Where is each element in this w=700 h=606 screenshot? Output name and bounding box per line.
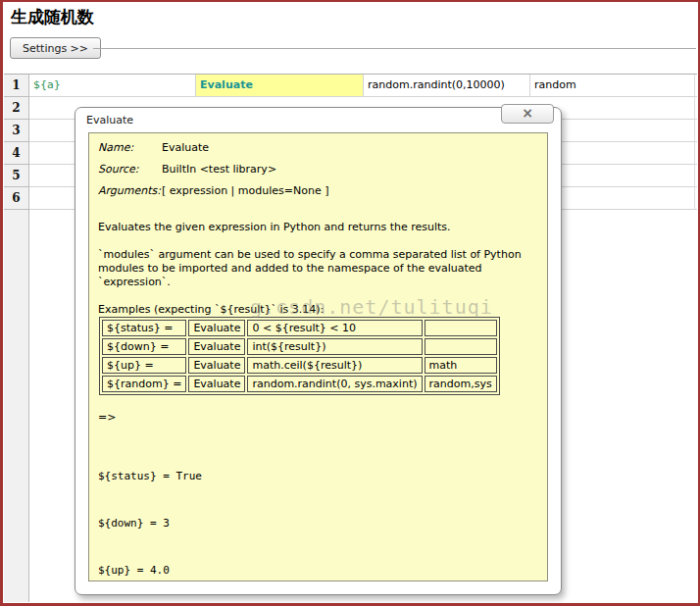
examples-row: ${random} = Evaluate random.randint(0, s… — [102, 376, 497, 392]
settings-button[interactable]: Settings >> — [10, 37, 101, 59]
example-cell: ${status} = — [102, 320, 186, 336]
close-icon[interactable]: × — [501, 104, 554, 124]
doc-field-label: Arguments: — [98, 184, 162, 198]
page-title: 生成随机数 — [11, 6, 94, 28]
doc-paragraph: `modules` argument can be used to specif… — [98, 248, 538, 289]
dialog-title: Evaluate — [86, 114, 133, 126]
example-cell: random.randint(0, sys.maxint) — [247, 376, 422, 392]
doc-field-arguments: Arguments:[ expression | modules=None ] — [98, 184, 538, 198]
example-cell: math — [425, 357, 497, 374]
grid-cell-arg2[interactable]: random — [530, 75, 697, 96]
examples-row: ${up} = Evaluate math.ceil(${result}) ma… — [102, 357, 497, 374]
results-block: ${status} = True ${down} = 3 ${up} = 4.0… — [98, 437, 538, 581]
doc-field-label: Name: — [98, 141, 162, 155]
examples-row: ${down} = Evaluate int(${result}) — [102, 338, 497, 355]
grid-row-header-1[interactable]: 1 — [4, 75, 29, 97]
doc-paragraph: Evaluates the given expression in Python… — [98, 221, 538, 234]
result-line: ${up} = 4.0 — [98, 563, 538, 579]
examples-row: ${status} = Evaluate 0 < ${result} < 10 — [102, 320, 497, 336]
example-cell: 0 < ${result} < 10 — [247, 320, 422, 336]
example-cell: ${up} = — [102, 357, 186, 374]
doc-field-source: Source:BuiltIn <test library> — [98, 163, 538, 177]
example-cell: ${random} = — [102, 376, 186, 392]
keyword-doc-dialog: Evaluate × Name:Evaluate Source:BuiltIn … — [75, 107, 562, 595]
grid-row-header-5[interactable]: 5 — [4, 165, 29, 187]
doc-field-label: Source: — [98, 163, 162, 177]
examples-table: ${status} = Evaluate 0 < ${result} < 10 … — [99, 317, 500, 395]
grid-row-header-3[interactable]: 3 — [4, 120, 29, 142]
grid-row: ${a} Evaluate random.randint(0,10000) ra… — [29, 75, 697, 97]
doc-field-value: Evaluate — [162, 141, 209, 154]
example-cell: ${down} = — [102, 338, 186, 355]
result-line: ${down} = 3 — [98, 516, 538, 531]
example-cell: int(${result}) — [247, 338, 422, 355]
grid-cell-arg1[interactable]: random.randint(0,10000) — [364, 75, 530, 96]
doc-panel: Name:Evaluate Source:BuiltIn <test libra… — [88, 132, 548, 581]
grid-cell-variable[interactable]: ${a} — [29, 75, 196, 96]
grid-row-header-2[interactable]: 2 — [4, 97, 29, 120]
section-divider — [93, 48, 696, 49]
result-line: ${status} = True — [98, 469, 538, 484]
examples-heading: Examples (expecting `${result}` is 3.14)… — [98, 303, 538, 317]
example-cell: Evaluate — [188, 338, 245, 355]
example-cell: math.ceil(${result}) — [247, 357, 422, 374]
app-window: 生成随机数 Settings >> 1 2 3 4 5 6 ${a} Evalu… — [0, 0, 700, 606]
example-cell — [425, 320, 497, 336]
grid-row-header-6[interactable]: 6 — [4, 187, 29, 210]
doc-field-value: [ expression | modules=None ] — [162, 184, 328, 197]
results-arrow: => — [98, 411, 538, 425]
example-cell: random,sys — [425, 376, 497, 392]
doc-field-value: BuiltIn <test library> — [162, 163, 276, 176]
grid-row-header-4[interactable]: 4 — [4, 142, 29, 165]
grid-cell-keyword[interactable]: Evaluate — [196, 75, 364, 96]
example-cell: Evaluate — [188, 357, 245, 374]
example-cell: Evaluate — [188, 320, 245, 336]
doc-field-name: Name:Evaluate — [98, 141, 538, 155]
example-cell — [425, 338, 497, 355]
example-cell: Evaluate — [188, 376, 245, 392]
grid-right-edge-line — [694, 75, 695, 210]
